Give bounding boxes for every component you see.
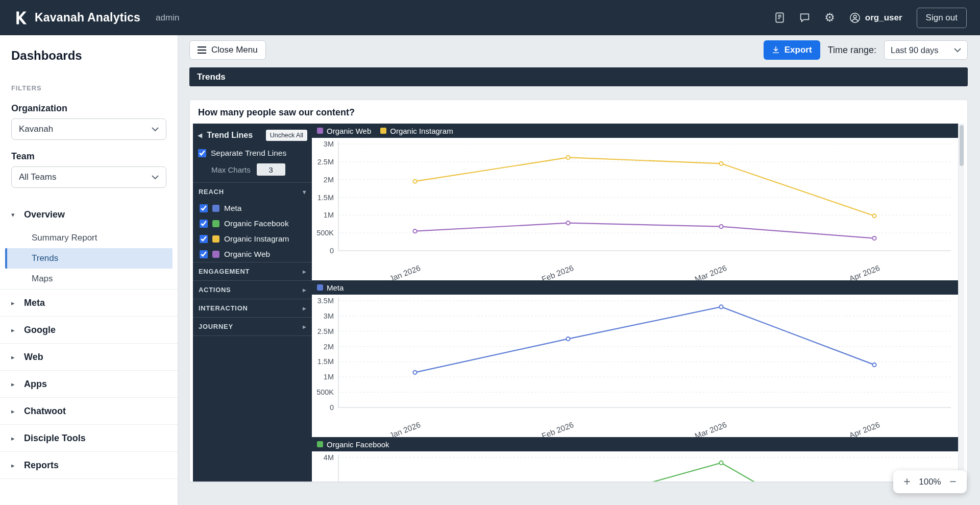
toolbar: Close Menu Export Time range: Last 90 da… — [189, 40, 968, 60]
sidebar-item-maps[interactable]: Maps — [0, 269, 178, 289]
data-point — [566, 337, 570, 341]
gear-icon[interactable]: ⚙ — [824, 12, 835, 23]
charts-scrollbar[interactable] — [958, 124, 964, 482]
x-axis-tick-label: Jan 2026 — [388, 420, 422, 437]
sidebar-group: ▸Apps — [0, 371, 178, 398]
separate-trend-lines-checkbox[interactable] — [198, 149, 206, 157]
uncheck-all-button[interactable]: Uncheck All — [266, 130, 307, 141]
y-axis-tick-label: 2.5M — [317, 327, 334, 335]
trend-line-option-organic-facebook[interactable]: Organic Facebook — [193, 216, 312, 231]
trend-panel-title: Trend Lines — [207, 131, 253, 140]
chart-reach-web-instagram: Organic WebOrganic Instagram 0500K1M1.5M… — [312, 124, 964, 280]
chart-plot: 01M2M3M4MJan 2026Feb 2026Mar 2026Apr 202… — [312, 451, 964, 482]
card-body: ◀ Trend Lines Uncheck All Separate Trend… — [190, 124, 967, 482]
sidebar-item-label: Apps — [24, 379, 47, 390]
sidebar-title: Dashboards — [0, 49, 178, 63]
data-point — [566, 221, 570, 225]
user-menu[interactable]: org_user — [849, 12, 902, 23]
y-axis-tick-label: 3M — [324, 480, 334, 482]
chevron-right-icon: ▸ — [11, 380, 18, 388]
brand-title[interactable]: Kavanah Analytics — [35, 11, 140, 25]
organization-select[interactable]: Kavanah — [11, 118, 166, 140]
scrollbar-thumb[interactable] — [960, 125, 964, 166]
sidebar-item-label: Reports — [24, 460, 59, 471]
trend-line-organic-web — [415, 223, 874, 238]
close-menu-button[interactable]: Close Menu — [189, 40, 266, 60]
sidebar-item-apps[interactable]: ▸Apps — [0, 371, 178, 397]
x-axis-tick-label: Feb 2026 — [541, 420, 575, 437]
panel-group-label: ENGAGEMENT — [199, 268, 250, 275]
team-value: All Teams — [19, 172, 56, 182]
sidebar-item-google[interactable]: ▸Google — [0, 317, 178, 343]
gear-glyph: ⚙ — [824, 12, 835, 23]
trend-line-option-meta[interactable]: Meta — [193, 201, 312, 216]
chevron-right-icon: ▸ — [303, 305, 306, 312]
sidebar-item-trends[interactable]: Trends — [5, 248, 173, 269]
sidebar-item-reports[interactable]: ▸Reports — [0, 452, 178, 478]
series-color-swatch — [212, 251, 219, 258]
x-axis-tick-label: Feb 2026 — [541, 263, 575, 280]
legend-item: Organic Web — [317, 127, 371, 135]
y-axis-tick-label: 2.5M — [317, 158, 334, 166]
trend-line-checkbox[interactable] — [200, 250, 208, 258]
separate-trend-lines-label: Separate Trend Lines — [211, 149, 286, 158]
trend-line-checkbox[interactable] — [200, 235, 208, 243]
panel-group-engagement[interactable]: ENGAGEMENT▸ — [193, 262, 312, 280]
line-chart-svg: 01M2M3M4MJan 2026Feb 2026Mar 2026Apr 202… — [312, 451, 964, 482]
navbar-actions: ⚙ org_user Sign out — [774, 8, 967, 28]
panel-group-actions[interactable]: ACTIONS▸ — [193, 280, 312, 299]
journal-icon[interactable] — [774, 12, 785, 23]
team-label: Team — [11, 151, 166, 162]
trends-section-bar: Trends — [189, 67, 968, 86]
panel-group-reach[interactable]: REACH▾ — [193, 182, 312, 201]
card-title: How many people saw our content? — [190, 100, 967, 124]
data-point — [413, 371, 416, 374]
download-icon — [772, 46, 780, 54]
organization-label: Organization — [11, 103, 166, 114]
x-axis-tick-label: Apr 2026 — [848, 263, 881, 280]
time-range-value: Last 90 days — [891, 45, 939, 55]
export-button[interactable]: Export — [764, 40, 820, 60]
brand-logo-icon[interactable] — [13, 10, 29, 26]
max-charts-input[interactable] — [257, 163, 285, 176]
panel-group-label: REACH — [199, 188, 224, 196]
series-color-swatch — [212, 205, 219, 212]
zoom-in-button[interactable]: + — [897, 470, 917, 493]
chat-icon[interactable] — [799, 12, 810, 23]
y-axis-tick-label: 4M — [324, 453, 334, 462]
zoom-level: 100% — [917, 477, 943, 487]
sidebar-item-disciple-tools[interactable]: ▸Disciple Tools — [0, 425, 178, 451]
zoom-out-button[interactable]: − — [943, 470, 963, 493]
trend-line-option-organic-web[interactable]: Organic Web — [193, 247, 312, 262]
data-point — [872, 214, 876, 218]
panel-group-interaction[interactable]: INTERACTION▸ — [193, 299, 312, 317]
legend-item: Meta — [317, 283, 344, 292]
trend-line-checkbox[interactable] — [200, 220, 208, 228]
trend-line-option-organic-instagram[interactable]: Organic Instagram — [193, 231, 312, 247]
legend-swatch — [317, 441, 323, 447]
separate-trend-lines-option[interactable]: Separate Trend Lines — [193, 146, 312, 160]
panel-group-label: ACTIONS — [199, 286, 231, 294]
chevron-right-icon: ▸ — [303, 286, 306, 294]
sidebar-item-meta[interactable]: ▸Meta — [0, 290, 178, 316]
data-point — [566, 156, 570, 159]
chart-organic-facebook: Organic Facebook 01M2M3M4MJan 2026Feb 20… — [312, 437, 964, 482]
sidebar-item-chatwoot[interactable]: ▸Chatwoot — [0, 398, 178, 424]
sidebar-group: ▸Disciple Tools — [0, 425, 178, 452]
chevron-right-icon: ▸ — [11, 435, 18, 442]
chart-meta: Meta 0500K1M1.5M2M2.5M3M3.5MJan 2026Feb … — [312, 280, 964, 437]
username: org_user — [865, 13, 902, 23]
zoom-control: + 100% − — [893, 470, 967, 493]
sidebar-item-summary-report[interactable]: Summary Report — [0, 228, 178, 248]
trend-line-checkbox[interactable] — [200, 204, 208, 212]
time-range-select[interactable]: Last 90 days — [884, 40, 968, 60]
sidebar-item-overview[interactable]: ▾Overview — [0, 201, 178, 228]
panel-group-journey[interactable]: JOURNEY▸ — [193, 317, 312, 336]
collapse-panel-icon[interactable]: ◀ — [198, 132, 202, 139]
sidebar-item-web[interactable]: ▸Web — [0, 344, 178, 370]
team-select[interactable]: All Teams — [11, 166, 166, 188]
sign-out-button[interactable]: Sign out — [917, 8, 967, 28]
close-menu-label: Close Menu — [211, 45, 258, 55]
legend-label: Meta — [327, 283, 344, 292]
hamburger-icon — [198, 46, 206, 54]
